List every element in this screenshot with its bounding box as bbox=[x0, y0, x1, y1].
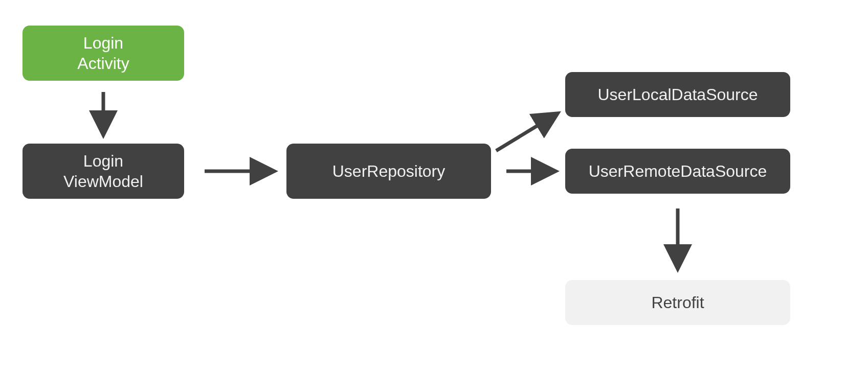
node-user-remote-ds-label: UserRemoteDataSource bbox=[589, 161, 767, 181]
node-user-local-ds-label: UserLocalDataSource bbox=[597, 84, 758, 105]
node-user-local-data-source: UserLocalDataSource bbox=[565, 72, 790, 117]
node-retrofit-label: Retrofit bbox=[651, 292, 704, 313]
node-login-viewmodel-line2: ViewModel bbox=[63, 172, 143, 191]
node-user-remote-data-source: UserRemoteDataSource bbox=[565, 149, 790, 194]
node-login-activity-line1: Login bbox=[83, 34, 123, 52]
node-retrofit: Retrofit bbox=[565, 280, 790, 325]
node-user-repository-label: UserRepository bbox=[332, 161, 446, 181]
node-login-viewmodel: Login ViewModel bbox=[23, 144, 184, 199]
node-user-repository: UserRepository bbox=[286, 144, 491, 199]
node-login-activity: Login Activity bbox=[23, 26, 184, 81]
node-login-viewmodel-line1: Login bbox=[83, 152, 123, 170]
node-login-activity-line2: Activity bbox=[77, 54, 129, 73]
arrow-repository-to-local-ds bbox=[496, 115, 555, 151]
